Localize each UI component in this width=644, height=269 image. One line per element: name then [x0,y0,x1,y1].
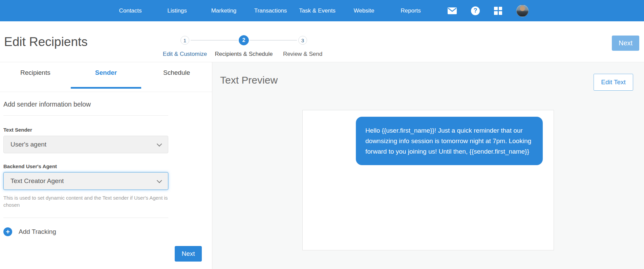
next-button-top[interactable]: Next [612,36,639,51]
nav-item-reports[interactable]: Reports [387,7,434,14]
chevron-down-icon [157,141,162,147]
user-avatar[interactable] [516,5,529,17]
step-1-circle: 1 [180,36,189,45]
backend-agent-helper-text: This is used to set dynamic content and … [3,194,168,208]
nav-item-task-events[interactable]: Task & Events [294,7,341,14]
tab-schedule[interactable]: Schedule [141,62,212,92]
grid-square [499,7,502,10]
divider [3,218,168,218]
step-3-label: Review & Send [283,51,322,58]
nav-icon-group: ? [448,5,529,17]
sms-message-bubble: Hello {{user.first_name}}! Just a quick … [356,117,543,165]
tab-recipients[interactable]: Recipients [0,62,71,92]
plus-circle-icon: + [3,227,12,236]
next-button-sidebar[interactable]: Next [175,246,202,262]
message-preview-card: Hello {{user.first_name}}! Just a quick … [302,110,554,250]
top-navigation-bar: Contacts Listings Marketing Transactions… [0,0,644,21]
mail-icon[interactable] [448,7,457,14]
help-icon[interactable]: ? [471,6,480,15]
grid-square [494,7,498,10]
chevron-down-icon [157,178,162,183]
text-sender-value: User's agent [10,141,46,148]
text-sender-label: Text Sender [3,127,168,133]
nav-item-website[interactable]: Website [341,7,387,14]
backend-agent-value: Text Creator Agent [10,177,64,185]
add-tracking-label: Add Tracking [19,228,56,236]
add-tracking-button[interactable]: + Add Tracking [3,227,168,236]
preview-title: Text Preview [220,74,278,86]
text-sender-select[interactable]: User's agent [3,136,168,153]
stepper-connector [191,40,238,41]
recipients-sidebar: Recipients Sender Schedule Add sender in… [0,62,212,269]
nav-item-contacts[interactable]: Contacts [107,7,154,14]
backend-agent-select[interactable]: Text Creator Agent [3,172,168,190]
tab-sender[interactable]: Sender [71,62,142,92]
nav-item-listings[interactable]: Listings [154,7,200,14]
step-3-circle: 3 [298,36,307,45]
stepper-connector [250,40,297,41]
step-2-circle: 2 [239,35,249,45]
page-header: Edit Recipients 1 Edit & Customize 2 Rec… [0,21,644,62]
edit-text-button[interactable]: Edit Text [594,74,633,91]
step-recipients-schedule[interactable]: 2 Recipients & Schedule [214,35,273,58]
backend-agent-label: Backend User's Agent [3,163,168,169]
main-content: Recipients Sender Schedule Add sender in… [0,62,644,269]
page-title: Edit Recipients [4,35,88,49]
wizard-stepper: 1 Edit & Customize 2 Recipients & Schedu… [155,35,332,59]
grid-square [494,11,498,15]
nav-item-marketing[interactable]: Marketing [200,7,247,14]
grid-square [499,11,502,15]
step-2-label: Recipients & Schedule [215,51,273,58]
nav-item-transactions[interactable]: Transactions [247,7,294,14]
step-review-send[interactable]: 3 Review & Send [273,35,332,58]
text-preview-panel: Text Preview Edit Text Hello {{user.firs… [212,62,644,269]
step-1-label: Edit & Customize [163,51,207,58]
sidebar-tabs: Recipients Sender Schedule [0,62,212,92]
divider [3,115,168,116]
step-edit-customize[interactable]: 1 Edit & Customize [155,35,214,58]
section-heading: Add sender information below [3,100,209,108]
apps-grid-icon[interactable] [494,7,502,15]
